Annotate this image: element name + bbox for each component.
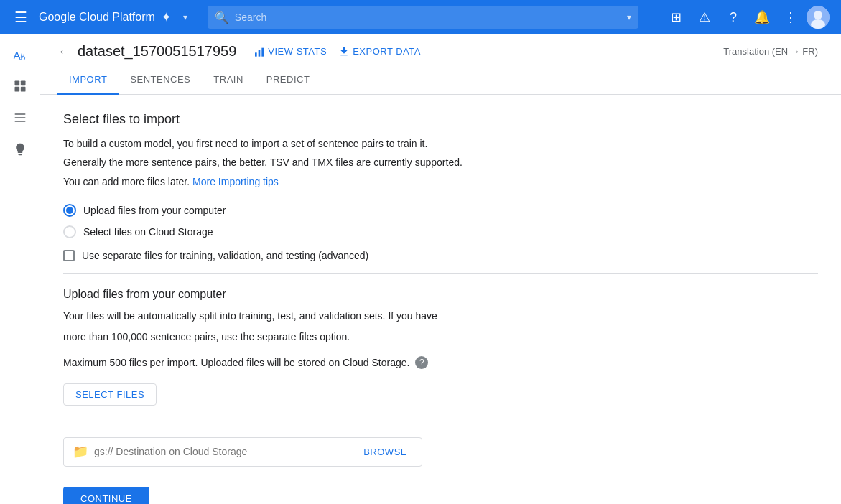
storage-destination-input[interactable] [94,446,352,457]
logo-text: Google Cloud Platform [39,11,155,24]
tabs-bar: IMPORT SENTENCES TRAIN PREDICT [57,65,824,94]
svg-rect-14 [262,47,264,56]
user-avatar[interactable] [807,6,830,29]
checkbox-label: Use separate files for training, validat… [82,250,368,261]
nav-actions: ⊞ ⚠ ? 🔔 ⋮ [663,4,830,30]
folder-icon: 📁 [73,444,88,459]
description-line1: To build a custom model, you first need … [63,136,818,151]
select-files-button[interactable]: SELECT FILES [63,383,157,406]
tab-predict[interactable]: PREDICT [255,65,322,95]
search-input[interactable] [235,11,621,23]
page-title: dataset_1570051517959 [78,43,236,60]
top-navigation: ☰ Google Cloud Platform ✦ ▾ 🔍 ▾ ⊞ ⚠ ? 🔔 … [0,0,841,34]
checkbox-box [63,250,75,261]
translation-info: Translation (EN → FR) [723,46,824,57]
search-bar: 🔍 ▾ [208,6,638,29]
separate-files-checkbox[interactable]: Use separate files for training, validat… [63,250,818,261]
export-data-button[interactable]: EXPORT DATA [338,46,421,57]
search-icon: 🔍 [215,11,229,24]
upload-section: Upload files from your computer Your fil… [63,288,818,504]
divider [63,273,818,274]
sidebar-item-list[interactable] [6,103,34,132]
browse-button[interactable]: BROWSE [358,444,413,460]
upload-description-line1: Your files will be automatically split i… [63,308,818,324]
sidebar-item-lightbulb[interactable] [6,135,34,164]
project-dropdown-arrow[interactable]: ▾ [183,12,187,22]
description-line3: You can add more files later. More Impor… [63,174,818,190]
notifications-icon[interactable]: 🔔 [749,4,775,30]
radio-upload-computer[interactable]: Upload files from your computer [63,204,818,217]
radio-circle-cloud [63,225,76,238]
logo-dots: ✦ [161,9,172,25]
svg-rect-9 [14,113,25,115]
view-stats-button[interactable]: VIEW STATS [254,46,327,57]
breadcrumb-row: ← dataset_1570051517959 VIEW STATS [57,43,824,60]
svg-rect-13 [259,50,261,57]
max-files-text: Maximum 500 files per import. Uploaded f… [63,356,818,369]
description-line2: Generally the more sentence pairs, the b… [63,154,818,170]
svg-rect-6 [20,81,25,86]
radio-circle-upload [63,204,76,217]
more-importing-tips-link[interactable]: More Importing tips [192,176,279,187]
svg-rect-8 [20,87,25,92]
svg-rect-7 [14,87,19,92]
svg-point-1 [814,11,822,19]
main-content: ← dataset_1570051517959 VIEW STATS [40,34,841,504]
section-title: Select files to import [63,112,818,127]
continue-button[interactable]: CONTINUE [63,487,149,504]
help-tooltip-icon[interactable]: ? [415,356,428,369]
svg-rect-10 [14,117,25,118]
tab-import[interactable]: IMPORT [57,65,119,95]
sidebar-item-dashboard[interactable] [6,72,34,101]
logo: Google Cloud Platform ✦ [39,9,172,25]
upload-description-line2: more than 100,000 sentence pairs, use th… [63,329,818,345]
upload-section-title: Upload files from your computer [63,288,818,301]
tab-train[interactable]: TRAIN [202,65,255,95]
sidebar-item-translate[interactable]: A あ [6,40,34,69]
svg-rect-11 [14,121,25,122]
search-dropdown-arrow[interactable]: ▾ [627,12,631,22]
tab-sentences[interactable]: SENTENCES [119,65,202,95]
svg-rect-12 [255,52,257,56]
apps-icon[interactable]: ⊞ [663,4,689,30]
radio-label-upload: Upload files from your computer [83,205,226,216]
storage-input-row: 📁 BROWSE [63,437,422,467]
back-button[interactable]: ← [57,43,72,60]
warning-icon[interactable]: ⚠ [692,4,717,30]
hamburger-menu[interactable]: ☰ [11,6,30,29]
svg-text:あ: あ [19,52,26,60]
sidebar: A あ [0,34,40,504]
radio-cloud-storage[interactable]: Select files on Cloud Storage [63,225,818,238]
help-icon[interactable]: ? [720,4,746,30]
more-options-icon[interactable]: ⋮ [778,4,804,30]
content-body: Select files to import To build a custom… [40,95,841,504]
header-actions: VIEW STATS EXPORT DATA [254,46,421,57]
radio-label-cloud: Select files on Cloud Storage [83,226,213,238]
sub-header: ← dataset_1570051517959 VIEW STATS [40,34,841,95]
radio-group: Upload files from your computer Select f… [63,204,818,238]
svg-rect-5 [14,81,19,86]
